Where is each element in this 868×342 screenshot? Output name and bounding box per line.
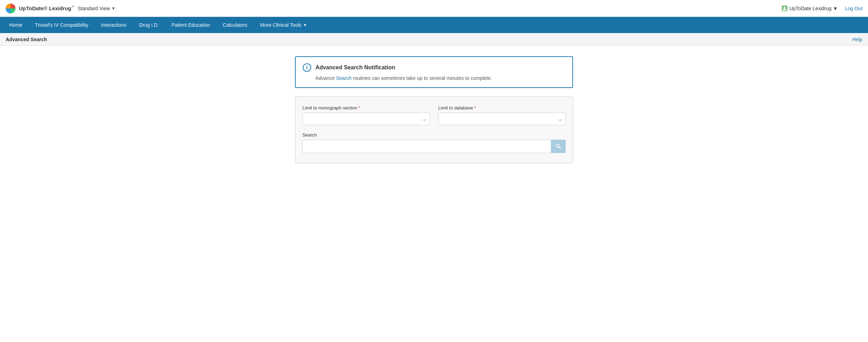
brand-uptd: UpToDate bbox=[19, 5, 44, 11]
brand-lexi: Lexidrug bbox=[49, 5, 71, 11]
help-link[interactable]: Help bbox=[852, 37, 862, 42]
search-input-wrapper bbox=[302, 140, 566, 153]
monograph-section-select[interactable] bbox=[302, 113, 430, 125]
more-clinical-tools-label: More Clinical Tools bbox=[260, 22, 301, 28]
nav-item-drug-id[interactable]: Drug I.D. bbox=[133, 17, 165, 33]
breadcrumb: Advanced Search bbox=[6, 37, 47, 42]
notification-body: Advance Search routines can sometimes ta… bbox=[303, 75, 565, 81]
notification-box: i Advanced Search Notification Advance S… bbox=[295, 56, 573, 88]
user-icon bbox=[781, 5, 788, 12]
monograph-required-star: * bbox=[358, 105, 360, 110]
search-form-box: Limit to monograph section* ⌄ Limit to d… bbox=[295, 96, 573, 163]
brand-name: UpToDate® Lexidrug™ bbox=[19, 5, 74, 11]
nav-bar: Home Trissel's IV Compatibility Interact… bbox=[0, 17, 868, 33]
search-row: Search bbox=[302, 132, 566, 153]
user-chevron-icon: ▼ bbox=[833, 6, 838, 11]
search-button[interactable] bbox=[551, 140, 566, 153]
notification-title: Advanced Search Notification bbox=[315, 64, 395, 71]
database-required-star: * bbox=[474, 105, 476, 110]
view-selector[interactable]: Standard View ▼ bbox=[78, 6, 115, 11]
breadcrumb-bar: Advanced Search Help bbox=[0, 33, 868, 46]
nav-item-iv-compatibility[interactable]: Trissel's IV Compatibility bbox=[29, 17, 95, 33]
top-bar-right: UpToDate Lexidrug ▼ Log Out bbox=[781, 5, 862, 12]
svg-point-1 bbox=[784, 7, 786, 9]
user-menu[interactable]: UpToDate Lexidrug ▼ bbox=[781, 5, 838, 12]
nav-item-calculators[interactable]: Calculators bbox=[216, 17, 254, 33]
info-icon: i bbox=[303, 63, 311, 72]
search-label: Search bbox=[302, 132, 566, 138]
view-label: Standard View bbox=[78, 6, 110, 11]
brand-tm: ™ bbox=[71, 5, 74, 9]
notification-highlight: Search bbox=[336, 75, 351, 81]
nav-item-home[interactable]: Home bbox=[3, 17, 29, 33]
user-name: UpToDate Lexidrug bbox=[789, 6, 831, 11]
monograph-select-wrapper: ⌄ bbox=[302, 113, 430, 125]
svg-line-3 bbox=[559, 147, 561, 149]
nav-item-more-clinical-tools[interactable]: More Clinical Tools ▼ bbox=[254, 17, 313, 33]
chevron-down-icon: ▼ bbox=[111, 6, 115, 11]
monograph-section-label: Limit to monograph section* bbox=[302, 105, 430, 110]
search-icon bbox=[555, 144, 561, 149]
top-bar: UpToDate® Lexidrug™ Standard View ▼ UpTo… bbox=[0, 0, 868, 17]
database-group: Limit to database* ⌄ bbox=[438, 105, 566, 125]
main-content: i Advanced Search Notification Advance S… bbox=[0, 46, 868, 342]
top-bar-left: UpToDate® Lexidrug™ Standard View ▼ bbox=[6, 4, 115, 13]
nav-item-interactions[interactable]: Interactions bbox=[95, 17, 133, 33]
monograph-section-group: Limit to monograph section* ⌄ bbox=[302, 105, 430, 125]
search-input[interactable] bbox=[302, 140, 551, 153]
form-row-selects: Limit to monograph section* ⌄ Limit to d… bbox=[302, 105, 566, 125]
database-label: Limit to database* bbox=[438, 105, 566, 110]
nav-item-patient-education[interactable]: Patient Education bbox=[165, 17, 216, 33]
database-select[interactable] bbox=[438, 113, 566, 125]
brand-reg: ® bbox=[44, 5, 48, 11]
database-select-wrapper: ⌄ bbox=[438, 113, 566, 125]
logout-button[interactable]: Log Out bbox=[845, 6, 862, 11]
more-clinical-tools-chevron-icon: ▼ bbox=[303, 23, 307, 27]
logo-icon bbox=[6, 4, 15, 13]
notification-header: i Advanced Search Notification bbox=[303, 63, 565, 72]
